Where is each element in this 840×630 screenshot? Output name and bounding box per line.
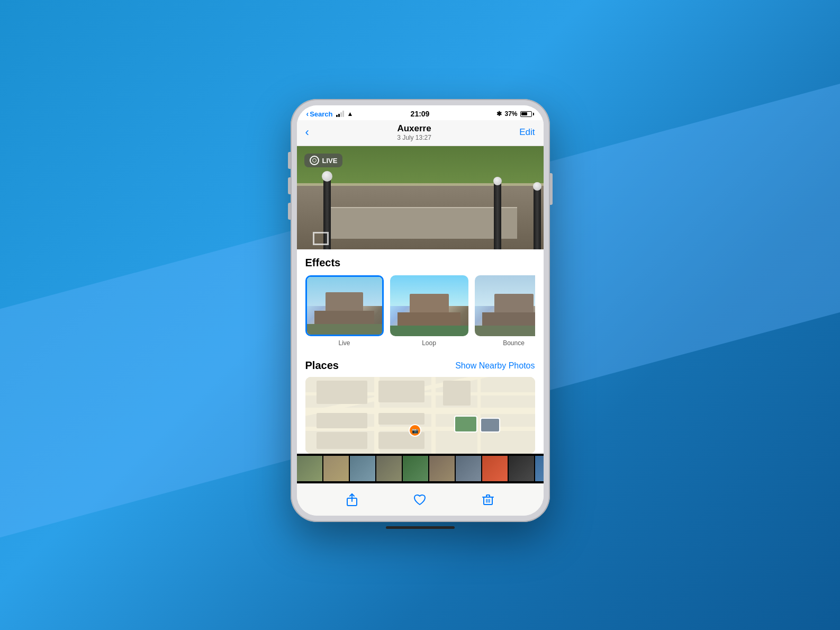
thumb-4[interactable] [376,456,402,481]
trash-icon [481,493,495,507]
effect-bounce-label: Bounce [503,339,525,347]
photo-subtitle: 3 July 13:27 [309,134,519,141]
effects-row: Live Loop [305,275,535,347]
nav-bar: ‹ Auxerre 3 July 13:27 Edit [297,120,544,146]
map-pin: 📷 [409,424,422,438]
bluetooth-icon: ✱ [496,110,502,118]
effect-live-img [307,277,382,335]
like-button[interactable] [410,490,429,509]
signal-bars-icon [336,111,344,117]
cath-ground-loop [390,326,468,336]
battery-icon [520,111,534,117]
power-button[interactable] [550,173,553,205]
thumb-10[interactable] [535,456,544,481]
map-block-5 [378,413,424,425]
thumbnail-strip [297,454,544,483]
map-background: 📷 [305,377,535,454]
cath-ground-bounce [475,326,535,336]
thumb-2[interactable] [323,456,349,481]
share-button[interactable] [342,490,362,509]
pole-ball-1 [322,171,332,182]
pole-ball-2 [493,177,502,185]
battery-percent: 37% [504,110,517,118]
share-icon [345,493,359,507]
phone-screen: ‹ Search ▲ 21:09 ✱ [297,105,544,516]
live-label: LIVE [322,157,338,165]
map-pin-icon: 📷 [412,428,418,434]
bar3 [340,112,342,117]
heart-icon [413,493,427,507]
map-block-2 [378,381,424,402]
live-icon [310,156,319,165]
bar4 [342,111,344,117]
thumb-7[interactable] [456,456,481,481]
places-title: Places [305,359,339,372]
pole-3 [534,186,541,249]
volume-down-button[interactable] [288,177,291,194]
effect-live[interactable]: Live [305,275,384,347]
map-block-3 [443,381,471,405]
effect-loop-thumb [390,275,468,336]
effect-loop-label: Loop [422,339,436,347]
photo-sidewalk [323,207,517,239]
battery-tip [533,113,534,115]
thumb-8[interactable] [482,456,508,481]
thumb-5[interactable] [403,456,428,481]
home-indicator[interactable] [386,526,455,529]
effect-live-thumb [305,275,384,336]
bar2 [338,114,340,117]
pole-2 [494,181,501,249]
wifi-icon: ▲ [347,110,354,118]
effect-loop-img [390,275,468,336]
thumb-1[interactable] [297,456,322,481]
effects-title: Effects [305,257,535,269]
map-road-v3 [477,377,481,454]
status-bar: ‹ Search ▲ 21:09 ✱ [297,105,544,120]
nav-title: Auxerre 3 July 13:27 [309,123,519,141]
back-chevron-icon: ‹ [305,125,309,139]
phone-wrapper: ‹ Search ▲ 21:09 ✱ [291,99,550,531]
thumb-3[interactable] [350,456,375,481]
effect-bounce-img [475,275,535,336]
map-photo-pin-2 [480,418,500,433]
effect-bounce-thumb [475,275,535,336]
status-time: 21:09 [411,110,430,118]
thumb-6[interactable] [429,456,455,481]
effect-loop[interactable]: Loop [390,275,468,347]
edit-button[interactable]: Edit [519,127,535,138]
battery-body [520,111,532,117]
silent-button[interactable] [288,203,291,220]
places-section: Places Show Nearby Photos [297,352,544,377]
map-block-4 [317,413,367,428]
status-left: ‹ Search ▲ [306,110,354,118]
map-pin-circle: 📷 [409,424,421,437]
photo-title: Auxerre [309,123,519,134]
phone-device: ‹ Search ▲ 21:09 ✱ [291,99,550,522]
main-photo: LIVE [297,146,544,249]
live-badge[interactable]: LIVE [304,154,343,167]
back-button[interactable]: ‹ [305,125,309,139]
volume-up-button[interactable] [288,152,291,169]
effects-section: Effects Live [297,249,544,352]
toolbar [297,483,544,516]
cath-ground-live [307,324,382,335]
crosswalk [313,232,329,245]
effect-bounce[interactable]: Bounce [475,275,535,347]
pole-ball-3 [533,182,541,191]
back-chevron-icon: ‹ [306,110,309,118]
show-nearby-button[interactable]: Show Nearby Photos [455,361,535,371]
map-photo-pin-1 [454,416,477,433]
battery-fill [521,112,527,115]
delete-button[interactable] [478,490,498,509]
effect-live-label: Live [338,339,350,347]
map-container[interactable]: 📷 [305,377,535,454]
bar1 [336,115,338,117]
thumb-9[interactable] [509,456,534,481]
search-back-label: ‹ Search [306,110,333,118]
status-right: ✱ 37% [496,110,534,118]
map-block-1 [317,381,367,404]
map-block-6 [317,432,367,449]
